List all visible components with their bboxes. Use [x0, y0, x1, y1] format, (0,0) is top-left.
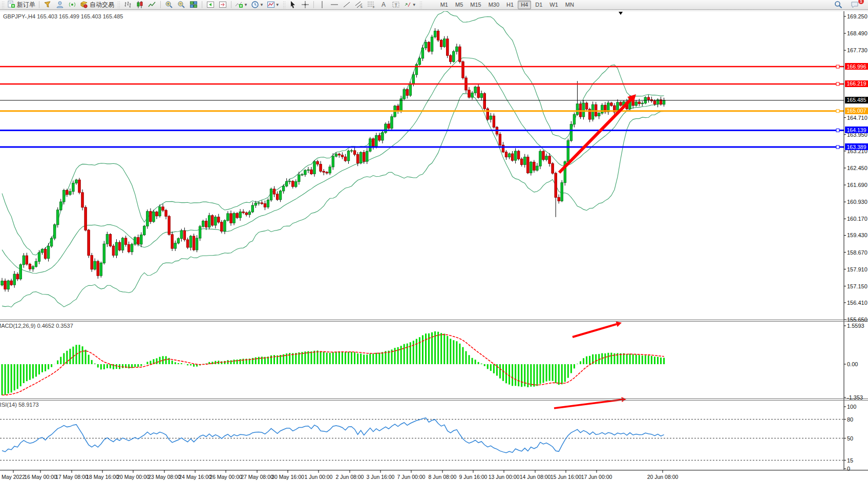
timeframe-button-D1[interactable]: D1: [532, 1, 545, 9]
price-level-line[interactable]: [0, 145, 844, 149]
candle[interactable]: [66, 190, 68, 194]
candle[interactable]: [100, 263, 102, 276]
candle[interactable]: [7, 281, 9, 289]
candle[interactable]: [140, 235, 142, 244]
candle[interactable]: [585, 103, 587, 109]
candle[interactable]: [295, 182, 297, 187]
candle[interactable]: [202, 221, 204, 227]
candle[interactable]: [255, 203, 257, 205]
candle[interactable]: [425, 42, 427, 48]
candle[interactable]: [462, 61, 464, 78]
candle[interactable]: [341, 155, 343, 157]
candle[interactable]: [363, 153, 365, 162]
candle[interactable]: [298, 175, 300, 181]
channel-tool-button[interactable]: E: [353, 0, 365, 9]
line-handle[interactable]: [836, 145, 839, 149]
candle[interactable]: [440, 40, 442, 47]
candle[interactable]: [576, 104, 578, 115]
candle[interactable]: [137, 238, 139, 244]
candle[interactable]: [94, 261, 96, 269]
candle[interactable]: [366, 151, 368, 161]
candle[interactable]: [63, 190, 65, 202]
candle[interactable]: [292, 181, 294, 186]
candle[interactable]: [69, 192, 71, 195]
candle[interactable]: [267, 200, 269, 207]
candle[interactable]: [570, 124, 572, 141]
candle[interactable]: [153, 212, 155, 222]
candle[interactable]: [128, 244, 130, 251]
candle[interactable]: [378, 136, 380, 140]
candle[interactable]: [582, 103, 584, 117]
candle[interactable]: [369, 139, 371, 151]
pane-separator[interactable]: [0, 400, 868, 401]
candle[interactable]: [248, 212, 250, 215]
candle[interactable]: [505, 152, 507, 157]
bar-chart-style-button[interactable]: [121, 0, 134, 9]
candle[interactable]: [245, 213, 247, 215]
candle[interactable]: [159, 207, 161, 216]
candle[interactable]: [106, 235, 108, 244]
candle[interactable]: [19, 265, 22, 279]
candle[interactable]: [409, 85, 411, 96]
candle[interactable]: [186, 240, 188, 247]
candle[interactable]: [545, 156, 547, 160]
candle[interactable]: [653, 101, 655, 104]
candle[interactable]: [329, 167, 331, 173]
candle[interactable]: [412, 75, 414, 85]
candle[interactable]: [353, 151, 355, 155]
candle[interactable]: [385, 124, 387, 133]
candle[interactable]: [239, 212, 241, 218]
candle[interactable]: [233, 214, 235, 223]
candle[interactable]: [282, 186, 284, 191]
candle[interactable]: [50, 238, 52, 246]
candle[interactable]: [211, 216, 214, 225]
candle[interactable]: [558, 197, 560, 201]
timeframe-button-H4[interactable]: H4: [518, 1, 531, 9]
price-level-line[interactable]: [0, 110, 844, 113]
candle[interactable]: [304, 171, 306, 175]
candle[interactable]: [162, 207, 164, 211]
candle[interactable]: [471, 93, 473, 97]
market-watch-button[interactable]: [54, 0, 66, 9]
period-button[interactable]: ▼: [249, 0, 265, 9]
candle[interactable]: [4, 281, 6, 289]
add-indicator-button[interactable]: ▼: [234, 0, 249, 9]
candle[interactable]: [251, 205, 253, 212]
crosshair-tool-button[interactable]: [299, 0, 311, 9]
candle[interactable]: [29, 264, 31, 269]
candle[interactable]: [230, 214, 232, 223]
candle[interactable]: [103, 244, 105, 263]
candlestick-style-button[interactable]: [134, 0, 146, 9]
candle[interactable]: [307, 170, 309, 170]
timeframe-button-H1[interactable]: H1: [503, 1, 517, 9]
candle[interactable]: [1, 281, 3, 285]
candle[interactable]: [397, 106, 399, 111]
candle[interactable]: [168, 216, 170, 235]
candle[interactable]: [431, 37, 433, 51]
candle[interactable]: [242, 212, 244, 213]
candle[interactable]: [177, 239, 179, 243]
price-level-line[interactable]: [0, 65, 844, 68]
line-chart-style-button[interactable]: [146, 0, 158, 9]
candle[interactable]: [403, 90, 405, 99]
candle[interactable]: [183, 230, 185, 240]
candles-layer[interactable]: [1, 28, 665, 292]
candle[interactable]: [174, 243, 176, 248]
text-tool-button[interactable]: A: [377, 0, 390, 9]
candle[interactable]: [635, 102, 637, 106]
candle[interactable]: [205, 221, 207, 227]
candle[interactable]: [320, 164, 322, 172]
candle[interactable]: [400, 99, 402, 111]
candle[interactable]: [447, 39, 449, 55]
candle[interactable]: [323, 171, 325, 172]
candle[interactable]: [91, 256, 93, 269]
candle[interactable]: [434, 31, 436, 37]
candle[interactable]: [483, 94, 485, 109]
timeframe-button-M5[interactable]: M5: [452, 1, 466, 9]
candle[interactable]: [118, 242, 120, 250]
candle[interactable]: [261, 203, 263, 204]
candle[interactable]: [38, 253, 40, 261]
candle[interactable]: [391, 117, 393, 129]
candle[interactable]: [23, 256, 25, 265]
candle[interactable]: [286, 181, 288, 186]
